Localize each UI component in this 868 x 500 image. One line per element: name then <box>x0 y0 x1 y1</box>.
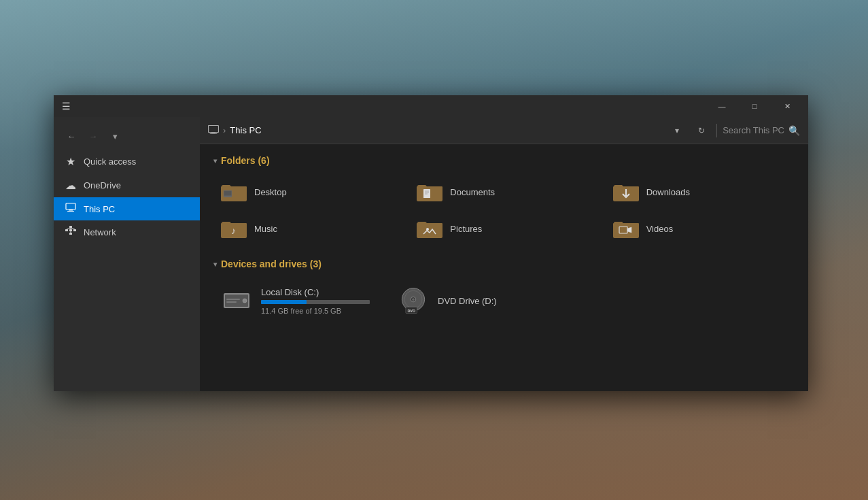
path-expand-button[interactable]: ▾ <box>667 121 687 140</box>
drive-c-name: Local Disk (C:) <box>261 287 370 297</box>
svg-rect-1 <box>69 210 73 211</box>
addressbar-right: ▾ ↻ Search This PC 🔍 <box>667 121 800 140</box>
sidebar: ← → ▾ ★ Quick access ☁ OneDrive <box>54 117 200 391</box>
folder-music-icon: ♪ <box>220 218 247 239</box>
drive-c-space: 11.4 GB free of 19.5 GB <box>261 307 370 315</box>
drive-dvd-icon: DVD <box>397 284 430 317</box>
refresh-button[interactable]: ↻ <box>692 121 711 140</box>
folders-section-header: ▾ Folders (6) <box>213 155 795 166</box>
forward-button[interactable]: → <box>84 127 103 146</box>
titlebar-controls: — □ ✕ <box>706 95 803 117</box>
close-button[interactable]: ✕ <box>771 95 803 117</box>
folder-documents[interactable]: Documents <box>409 176 598 208</box>
breadcrumb-path: This PC <box>230 125 261 135</box>
svg-rect-0 <box>66 203 75 210</box>
drive-d-info: DVD Drive (D:) <box>438 296 497 306</box>
svg-rect-13 <box>211 133 215 133</box>
folder-videos-icon <box>612 218 640 239</box>
svg-rect-3 <box>69 226 72 228</box>
breadcrumb: › This PC <box>208 124 662 136</box>
file-explorer-window: ☰ — □ ✕ ← → ▾ ★ Quick access ☁ OneDrive <box>54 95 808 391</box>
svg-rect-29 <box>226 301 237 303</box>
folders-section-label: Folders (6) <box>221 155 270 166</box>
drive-hdd-icon <box>220 284 253 317</box>
breadcrumb-separator: › <box>223 125 226 135</box>
svg-point-27 <box>243 299 247 303</box>
svg-rect-16 <box>224 196 232 197</box>
drives-section-label: Devices and drives (3) <box>221 259 322 269</box>
sidebar-item-quick-access[interactable]: ★ Quick access <box>54 150 200 173</box>
sidebar-item-label: Quick access <box>84 156 136 167</box>
folder-pictures-icon <box>416 218 443 239</box>
drive-dvd-d[interactable]: DVD DVD Drive (D:) <box>390 279 540 322</box>
maximize-button[interactable]: □ <box>739 95 770 117</box>
folder-documents-icon <box>416 181 443 203</box>
pc-breadcrumb-icon <box>208 124 219 136</box>
content-body: ▾ Folders (6) Desktop <box>200 144 808 391</box>
folder-desktop[interactable]: Desktop <box>213 176 402 208</box>
sidebar-item-label: This PC <box>84 204 115 214</box>
drive-c-info: Local Disk (C:) 11.4 GB free of 19.5 GB <box>261 287 370 315</box>
titlebar: ☰ — □ ✕ <box>54 95 808 117</box>
folder-desktop-label: Desktop <box>254 187 287 197</box>
drive-local-c[interactable]: Local Disk (C:) 11.4 GB free of 19.5 GB <box>213 279 377 322</box>
svg-text:DVD: DVD <box>407 309 415 313</box>
sidebar-nav: ← → ▾ <box>54 122 200 150</box>
drive-c-progress-fill <box>261 300 307 304</box>
sidebar-item-label: Network <box>84 227 116 237</box>
svg-rect-6 <box>73 229 76 231</box>
folder-pictures[interactable]: Pictures <box>409 212 598 245</box>
main-layout: ← → ▾ ★ Quick access ☁ OneDrive <box>54 117 808 391</box>
svg-rect-28 <box>226 299 240 300</box>
this-pc-icon <box>65 203 77 215</box>
titlebar-left: ☰ <box>59 98 73 114</box>
onedrive-icon: ☁ <box>65 179 77 192</box>
svg-rect-4 <box>65 229 68 231</box>
folder-downloads-icon <box>612 181 640 203</box>
addressbar-divider <box>716 124 717 137</box>
folder-downloads[interactable]: Downloads <box>606 176 795 208</box>
sidebar-item-label: OneDrive <box>84 180 121 190</box>
sidebar-item-network[interactable]: Network <box>54 220 200 244</box>
svg-rect-14 <box>210 133 218 134</box>
minimize-button[interactable]: — <box>706 95 737 117</box>
back-button[interactable]: ← <box>62 127 81 146</box>
folder-pictures-label: Pictures <box>450 224 482 234</box>
hamburger-icon[interactable]: ☰ <box>59 98 73 114</box>
folder-downloads-label: Downloads <box>646 187 690 197</box>
svg-line-10 <box>71 228 75 229</box>
content-area: › This PC ▾ ↻ Search This PC 🔍 ▾ <box>200 117 808 391</box>
addressbar: › This PC ▾ ↻ Search This PC 🔍 <box>200 117 808 144</box>
folder-videos-label: Videos <box>646 224 674 234</box>
quick-access-icon: ★ <box>65 155 77 168</box>
sidebar-item-onedrive[interactable]: ☁ OneDrive <box>54 173 200 197</box>
drives-section-header: ▾ Devices and drives (3) <box>213 259 795 269</box>
svg-rect-15 <box>224 190 232 196</box>
folder-music-label: Music <box>254 224 277 234</box>
svg-rect-7 <box>69 233 72 235</box>
folder-documents-label: Documents <box>450 187 495 197</box>
search-box: Search This PC 🔍 <box>723 125 800 136</box>
folder-desktop-icon <box>220 181 247 203</box>
drives-chevron-icon[interactable]: ▾ <box>213 261 217 268</box>
sidebar-item-this-pc[interactable]: This PC <box>54 197 200 220</box>
svg-rect-2 <box>67 211 74 212</box>
svg-line-9 <box>67 228 71 229</box>
folder-music[interactable]: ♪ Music <box>213 212 402 245</box>
svg-text:♪: ♪ <box>231 225 236 236</box>
svg-point-33 <box>412 298 415 301</box>
svg-rect-12 <box>209 126 219 133</box>
search-icon[interactable]: 🔍 <box>788 125 800 136</box>
search-placeholder-text[interactable]: Search This PC <box>723 125 784 135</box>
recent-dropdown-button[interactable]: ▾ <box>105 127 124 146</box>
drive-c-progress-bar <box>261 300 370 304</box>
svg-rect-5 <box>69 229 72 231</box>
drives-grid: Local Disk (C:) 11.4 GB free of 19.5 GB <box>213 279 795 322</box>
folders-grid: Desktop Documents <box>213 176 795 245</box>
folders-chevron-icon[interactable]: ▾ <box>213 157 217 165</box>
folder-videos[interactable]: Videos <box>606 212 795 245</box>
network-icon <box>65 226 77 238</box>
drive-d-name: DVD Drive (D:) <box>438 296 497 306</box>
